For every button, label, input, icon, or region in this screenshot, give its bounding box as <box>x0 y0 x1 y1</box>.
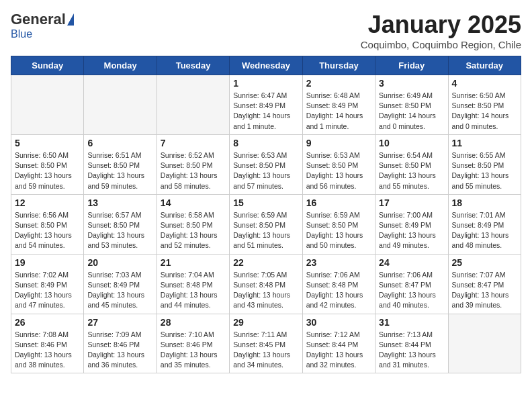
day-number: 12 <box>15 197 80 208</box>
calendar-cell: 18Sunrise: 7:01 AM Sunset: 8:49 PM Dayli… <box>448 194 521 254</box>
page-header: General Blue January 2025 Coquimbo, Coqu… <box>11 11 521 50</box>
day-number: 10 <box>379 138 444 148</box>
calendar-cell: 25Sunrise: 7:07 AM Sunset: 8:47 PM Dayli… <box>448 254 521 314</box>
calendar-cell <box>157 75 229 135</box>
day-number: 6 <box>87 138 152 148</box>
week-row: 26Sunrise: 7:08 AM Sunset: 8:46 PM Dayli… <box>11 314 521 373</box>
day-number: 20 <box>87 257 152 268</box>
calendar-cell: 26Sunrise: 7:08 AM Sunset: 8:46 PM Dayli… <box>11 314 84 373</box>
calendar-cell: 2Sunrise: 6:48 AM Sunset: 8:49 PM Daylig… <box>302 75 375 135</box>
day-info: Sunrise: 6:57 AM Sunset: 8:50 PM Dayligh… <box>87 210 152 251</box>
calendar-cell: 12Sunrise: 6:56 AM Sunset: 8:50 PM Dayli… <box>11 194 84 254</box>
day-number: 24 <box>379 257 444 268</box>
day-number: 21 <box>161 257 226 268</box>
day-number: 28 <box>161 317 226 328</box>
day-info: Sunrise: 7:12 AM Sunset: 8:44 PM Dayligh… <box>306 330 371 371</box>
day-of-week-header: Wednesday <box>230 56 302 75</box>
day-info: Sunrise: 7:02 AM Sunset: 8:49 PM Dayligh… <box>15 270 80 311</box>
day-number: 3 <box>379 78 444 89</box>
calendar-cell: 7Sunrise: 6:52 AM Sunset: 8:50 PM Daylig… <box>157 134 229 194</box>
day-number: 9 <box>306 138 371 148</box>
logo-blue-text: Blue <box>11 28 32 40</box>
day-info: Sunrise: 6:56 AM Sunset: 8:50 PM Dayligh… <box>15 210 80 251</box>
day-number: 29 <box>233 317 298 328</box>
day-info: Sunrise: 6:49 AM Sunset: 8:50 PM Dayligh… <box>379 91 444 132</box>
day-info: Sunrise: 6:47 AM Sunset: 8:49 PM Dayligh… <box>233 91 298 132</box>
day-of-week-header: Sunday <box>11 56 84 75</box>
calendar-cell: 19Sunrise: 7:02 AM Sunset: 8:49 PM Dayli… <box>11 254 84 314</box>
day-of-week-header: Tuesday <box>157 56 229 75</box>
calendar-cell: 11Sunrise: 6:55 AM Sunset: 8:50 PM Dayli… <box>448 134 521 194</box>
day-number: 30 <box>306 317 371 328</box>
day-info: Sunrise: 6:50 AM Sunset: 8:50 PM Dayligh… <box>15 150 80 191</box>
calendar-cell <box>84 75 157 135</box>
calendar-cell: 14Sunrise: 6:58 AM Sunset: 8:50 PM Dayli… <box>157 194 229 254</box>
calendar-cell: 30Sunrise: 7:12 AM Sunset: 8:44 PM Dayli… <box>302 314 375 373</box>
day-number: 13 <box>87 197 152 208</box>
day-info: Sunrise: 6:54 AM Sunset: 8:50 PM Dayligh… <box>379 150 444 191</box>
calendar-cell: 29Sunrise: 7:11 AM Sunset: 8:45 PM Dayli… <box>230 314 302 373</box>
day-info: Sunrise: 6:52 AM Sunset: 8:50 PM Dayligh… <box>161 150 226 191</box>
day-info: Sunrise: 7:10 AM Sunset: 8:46 PM Dayligh… <box>161 330 226 371</box>
calendar-cell: 6Sunrise: 6:51 AM Sunset: 8:50 PM Daylig… <box>84 134 157 194</box>
calendar-cell: 4Sunrise: 6:50 AM Sunset: 8:50 PM Daylig… <box>448 75 521 135</box>
calendar-cell: 17Sunrise: 7:00 AM Sunset: 8:49 PM Dayli… <box>375 194 448 254</box>
day-info: Sunrise: 6:50 AM Sunset: 8:50 PM Dayligh… <box>452 91 517 132</box>
day-number: 8 <box>233 138 298 148</box>
day-info: Sunrise: 6:53 AM Sunset: 8:50 PM Dayligh… <box>306 150 371 191</box>
day-info: Sunrise: 7:00 AM Sunset: 8:49 PM Dayligh… <box>379 210 444 251</box>
day-number: 25 <box>452 257 517 268</box>
day-info: Sunrise: 7:01 AM Sunset: 8:49 PM Dayligh… <box>452 210 517 251</box>
day-info: Sunrise: 7:13 AM Sunset: 8:44 PM Dayligh… <box>379 330 444 371</box>
week-row: 5Sunrise: 6:50 AM Sunset: 8:50 PM Daylig… <box>11 134 521 194</box>
day-info: Sunrise: 7:04 AM Sunset: 8:48 PM Dayligh… <box>161 270 226 311</box>
day-info: Sunrise: 7:06 AM Sunset: 8:48 PM Dayligh… <box>306 270 371 311</box>
logo: General Blue <box>11 11 74 40</box>
calendar-cell: 10Sunrise: 6:54 AM Sunset: 8:50 PM Dayli… <box>375 134 448 194</box>
day-number: 2 <box>306 78 371 89</box>
calendar-cell: 15Sunrise: 6:59 AM Sunset: 8:50 PM Dayli… <box>230 194 302 254</box>
day-number: 26 <box>15 317 80 328</box>
calendar-cell: 3Sunrise: 6:49 AM Sunset: 8:50 PM Daylig… <box>375 75 448 135</box>
calendar-title: January 2025 <box>361 11 521 39</box>
day-number: 16 <box>306 197 371 208</box>
calendar-cell: 16Sunrise: 6:59 AM Sunset: 8:50 PM Dayli… <box>302 194 375 254</box>
calendar-subtitle: Coquimbo, Coquimbo Region, Chile <box>361 39 521 50</box>
week-row: 19Sunrise: 7:02 AM Sunset: 8:49 PM Dayli… <box>11 254 521 314</box>
day-info: Sunrise: 6:58 AM Sunset: 8:50 PM Dayligh… <box>161 210 226 251</box>
day-info: Sunrise: 6:53 AM Sunset: 8:50 PM Dayligh… <box>233 150 298 191</box>
calendar-cell: 13Sunrise: 6:57 AM Sunset: 8:50 PM Dayli… <box>84 194 157 254</box>
day-number: 4 <box>452 78 517 89</box>
day-number: 7 <box>161 138 226 148</box>
calendar-cell <box>11 75 84 135</box>
day-info: Sunrise: 6:59 AM Sunset: 8:50 PM Dayligh… <box>233 210 298 251</box>
day-of-week-header: Thursday <box>302 56 375 75</box>
day-number: 31 <box>379 317 444 328</box>
day-info: Sunrise: 6:48 AM Sunset: 8:49 PM Dayligh… <box>306 91 371 132</box>
day-of-week-header: Saturday <box>448 56 521 75</box>
calendar-cell: 28Sunrise: 7:10 AM Sunset: 8:46 PM Dayli… <box>157 314 229 373</box>
calendar-cell: 20Sunrise: 7:03 AM Sunset: 8:49 PM Dayli… <box>84 254 157 314</box>
day-info: Sunrise: 6:59 AM Sunset: 8:50 PM Dayligh… <box>306 210 371 251</box>
day-number: 1 <box>233 78 298 89</box>
logo-general-text: General <box>11 11 66 28</box>
day-info: Sunrise: 6:55 AM Sunset: 8:50 PM Dayligh… <box>452 150 517 191</box>
day-info: Sunrise: 7:06 AM Sunset: 8:47 PM Dayligh… <box>379 270 444 311</box>
calendar-cell: 23Sunrise: 7:06 AM Sunset: 8:48 PM Dayli… <box>302 254 375 314</box>
calendar-cell: 21Sunrise: 7:04 AM Sunset: 8:48 PM Dayli… <box>157 254 229 314</box>
title-block: January 2025 Coquimbo, Coquimbo Region, … <box>361 11 521 50</box>
day-number: 27 <box>87 317 152 328</box>
day-number: 19 <box>15 257 80 268</box>
week-row: 12Sunrise: 6:56 AM Sunset: 8:50 PM Dayli… <box>11 194 521 254</box>
calendar-cell: 1Sunrise: 6:47 AM Sunset: 8:49 PM Daylig… <box>230 75 302 135</box>
day-number: 11 <box>452 138 517 148</box>
logo-triangle-icon <box>67 13 74 26</box>
day-number: 18 <box>452 197 517 208</box>
calendar-cell: 9Sunrise: 6:53 AM Sunset: 8:50 PM Daylig… <box>302 134 375 194</box>
day-number: 14 <box>161 197 226 208</box>
day-info: Sunrise: 7:05 AM Sunset: 8:48 PM Dayligh… <box>233 270 298 311</box>
days-header-row: SundayMondayTuesdayWednesdayThursdayFrid… <box>11 56 521 75</box>
calendar-cell <box>448 314 521 373</box>
day-number: 17 <box>379 197 444 208</box>
day-number: 23 <box>306 257 371 268</box>
